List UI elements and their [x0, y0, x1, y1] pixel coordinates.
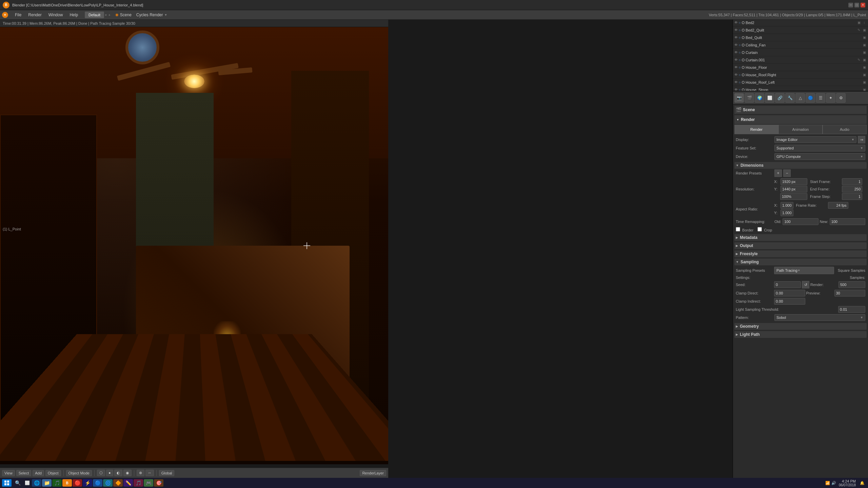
render-visibility-icon[interactable]: ▣	[862, 80, 867, 84]
taskbar-app-edge[interactable]: 🌐	[32, 479, 41, 487]
outliner-scroll-area[interactable]: 👁 ○ O Bed2 ▣ ↕ 👁 ○ O Bed2_Quilt ✎ ▣ 👁	[733, 19, 868, 91]
preview-value[interactable]: 30	[834, 290, 866, 297]
outliner-item[interactable]: 👁 ○ O House_Stoop ▣	[733, 86, 868, 91]
start-button[interactable]	[2, 479, 12, 487]
geometry-section-header[interactable]: ▶ Geometry	[734, 323, 867, 330]
prop-tab-render[interactable]: 📷	[734, 93, 744, 103]
visibility-icon[interactable]: 👁	[734, 36, 738, 39]
metadata-section-header[interactable]: ▶ Metadata	[734, 234, 867, 241]
render-visibility-icon[interactable]: ▣	[862, 65, 867, 69]
dimensions-section-header[interactable]: ▼ Dimensions	[734, 162, 867, 169]
visibility-icon[interactable]: 👁	[734, 65, 738, 69]
outliner-item[interactable]: 👁 ○ O House_Floor ▣	[733, 64, 868, 71]
object-button[interactable]: Object	[45, 470, 61, 476]
display-browse-btn[interactable]: ⇒	[858, 136, 865, 143]
mode-dropdown[interactable]: Object Mode	[66, 470, 92, 476]
taskbar-app-spotify[interactable]: 🎵	[52, 479, 62, 487]
close-button[interactable]: ×	[861, 3, 865, 7]
prop-tab-constraints[interactable]: 🔗	[775, 93, 785, 103]
manipulator-button[interactable]: ↔	[145, 470, 154, 476]
pivot-button[interactable]: ⊕	[137, 470, 144, 476]
end-frame-value[interactable]: 250	[842, 186, 862, 192]
prop-tab-object[interactable]: ⬜	[765, 93, 774, 103]
seed-value[interactable]: 0	[774, 281, 801, 288]
select-button[interactable]: Select	[16, 470, 32, 476]
taskbar-app-red[interactable]: 🔴	[73, 479, 82, 487]
workspace-tab-default[interactable]: Default	[85, 12, 104, 18]
render-visibility-icon[interactable]: ▣	[862, 43, 867, 47]
render-visibility-icon[interactable]: ▣	[862, 88, 867, 91]
res-percent-value[interactable]: 100%	[780, 193, 807, 200]
path-tracing-dropdown[interactable]: Path Tracing ▼	[774, 267, 834, 274]
prop-tab-scene[interactable]: 🎬	[745, 93, 754, 103]
start-frame-value[interactable]: 1	[842, 178, 862, 185]
visibility-icon[interactable]: 👁	[734, 43, 738, 47]
solid-shading-button[interactable]: ●	[106, 470, 113, 476]
outliner-item[interactable]: 👁 ○ O Bed2 ▣ ↕	[733, 19, 868, 26]
render-presets-add-btn[interactable]: −	[783, 169, 791, 177]
sampling-section-header[interactable]: ▼ Sampling	[734, 259, 867, 265]
search-button[interactable]: 🔍	[13, 479, 22, 487]
prop-tab-modifiers[interactable]: 🔧	[785, 93, 795, 103]
outliner-item[interactable]: 👁 ○ O House_Roof_Left ▣	[733, 79, 868, 86]
outliner-item[interactable]: 👁 ○ O Bed2_Quilt ✎ ▣	[733, 26, 868, 34]
clamp-indirect-value[interactable]: 0.00	[774, 298, 805, 305]
texture-shading-button[interactable]: ◐	[114, 470, 122, 476]
viewport-render[interactable]: (1) L_Point	[0, 27, 388, 464]
border-checkbox[interactable]	[736, 227, 740, 231]
taskbar-app-blue[interactable]: 🔵	[93, 479, 102, 487]
prop-tab-data[interactable]: △	[795, 93, 805, 103]
new-value[interactable]: 100	[830, 218, 865, 225]
display-value[interactable]: Image Editor ▼	[774, 136, 856, 143]
light-path-section-header[interactable]: ▶ Light Path	[734, 331, 867, 338]
view-button[interactable]: View	[2, 470, 15, 476]
render-tab-audio[interactable]: Audio	[823, 125, 867, 134]
aspect-y-value[interactable]: 1.000	[781, 209, 793, 216]
menu-render[interactable]: Render	[25, 12, 44, 18]
material-icon[interactable]: ✎	[856, 28, 861, 32]
prop-tab-world[interactable]: 🌍	[755, 93, 764, 103]
render-visibility-icon[interactable]: ▣	[862, 73, 867, 77]
device-value[interactable]: GPU Compute ▼	[774, 153, 865, 160]
outliner-item[interactable]: 👁 ○ O Bed_Quilt ▣	[733, 34, 868, 41]
prop-tab-particles[interactable]: ✦	[826, 93, 835, 103]
taskbar-app-teal[interactable]: 🌀	[103, 479, 113, 487]
render-visibility-icon[interactable]: ▣	[862, 28, 867, 32]
taskbar-app-game[interactable]: 🎮	[144, 479, 153, 487]
taskbar-app-edit[interactable]: ✏️	[123, 479, 133, 487]
render-visibility-icon[interactable]: ▣	[862, 36, 867, 39]
render-layer-button[interactable]: RenderLayer	[360, 470, 386, 476]
render-visibility-icon[interactable]: ▣	[856, 21, 861, 24]
outliner-item[interactable]: 👁 ○ O Ceiling_Fan ▣	[733, 41, 868, 49]
taskbar-app-visual[interactable]: ⚡	[83, 479, 92, 487]
render-count-value[interactable]: 500	[839, 281, 865, 288]
minimize-button[interactable]: ─	[848, 3, 853, 7]
taskbar-app-explorer[interactable]: 📁	[42, 479, 52, 487]
render-visibility-icon[interactable]: ▣	[862, 58, 867, 62]
taskbar-app-music[interactable]: 🎵	[134, 479, 143, 487]
visibility-icon[interactable]: 👁	[734, 80, 738, 84]
prop-tab-material[interactable]: 🔵	[806, 93, 815, 103]
taskbar-app-blender[interactable]: B	[62, 479, 72, 487]
wire-shading-button[interactable]: ⬡	[97, 470, 105, 476]
prop-tab-texture[interactable]: ☰	[816, 93, 825, 103]
old-value[interactable]: 100	[783, 218, 818, 225]
visibility-icon[interactable]: 👁	[734, 21, 738, 24]
menu-file[interactable]: File	[12, 12, 24, 18]
res-x-value[interactable]: 1920 px	[781, 178, 807, 185]
visibility-icon[interactable]: 👁	[734, 58, 738, 62]
menu-window[interactable]: Window	[46, 12, 66, 18]
outliner-item[interactable]: 👁 ○ O House_Roof.Right ▣	[733, 71, 868, 79]
pattern-value[interactable]: Sobol ▼	[774, 314, 865, 321]
render-tab-render[interactable]: Render	[734, 125, 778, 134]
taskbar-app-orange[interactable]: 🔶	[113, 479, 123, 487]
feature-set-value[interactable]: Supported ▼	[774, 145, 865, 151]
viewport[interactable]: (1) L_Point	[0, 27, 388, 464]
freestyle-section-header[interactable]: ▶ Freestyle	[734, 250, 867, 257]
task-view-button[interactable]: ⬜	[22, 479, 32, 487]
frame-rate-value[interactable]: 24 fps	[828, 202, 848, 209]
render-presets-prev-btn[interactable]: +	[774, 169, 782, 177]
visibility-icon[interactable]: 👁	[734, 28, 738, 32]
visibility-icon[interactable]: 👁	[734, 73, 738, 77]
add-button[interactable]: Add	[33, 470, 44, 476]
